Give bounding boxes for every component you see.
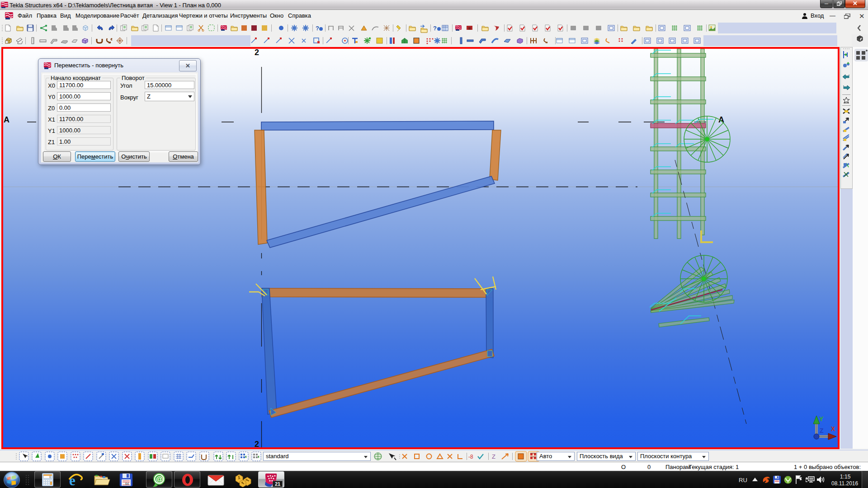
svg-text:A: A [4, 115, 9, 124]
svg-text:0: 0 [49, 475, 51, 479]
svg-text:64: 64 [125, 482, 129, 485]
svg-text:@: @ [156, 475, 163, 483]
svg-text:2: 2 [255, 49, 259, 57]
svg-text:?: ? [433, 25, 437, 32]
svg-text:X: X [831, 425, 835, 432]
svg-text:?: ? [316, 25, 319, 32]
svg-text:Y: Y [819, 415, 824, 422]
svg-text:2: 2 [255, 440, 259, 447]
svg-text:Z: Z [820, 427, 824, 434]
svg-text:-8: -8 [468, 454, 473, 460]
svg-text:Z: Z [492, 453, 495, 460]
